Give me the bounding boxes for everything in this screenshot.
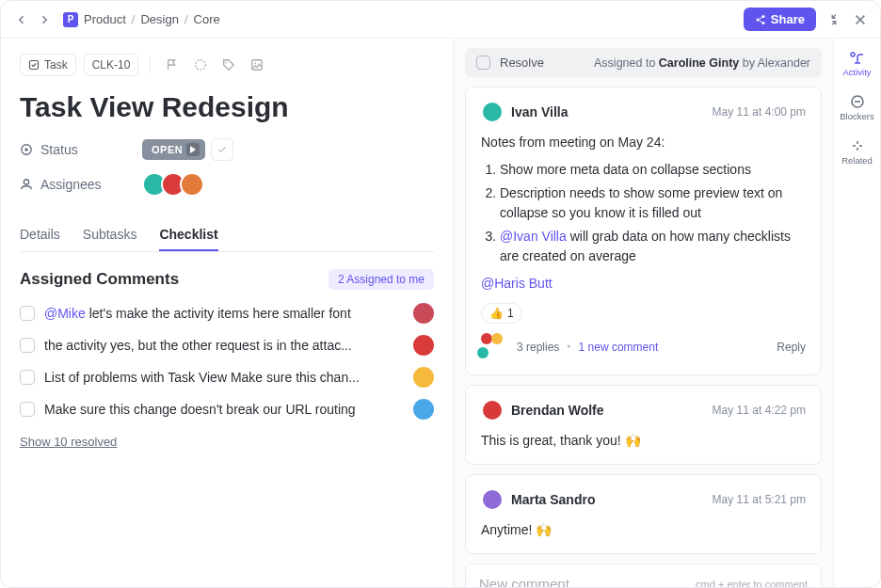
rail-blockers[interactable]: Blockers: [834, 90, 880, 125]
avatar: [180, 172, 204, 197]
close-icon[interactable]: [852, 11, 869, 28]
svg-point-1: [756, 18, 759, 21]
reaction-button[interactable]: 👍1: [481, 303, 522, 324]
resolve-checkbox[interactable]: [476, 56, 490, 70]
assigned-comment-row[interactable]: Make sure this change doesn't break our …: [20, 399, 434, 420]
assigned-to-text: Assigned to Caroline Ginty by Alexander: [594, 56, 810, 70]
tab-checklist[interactable]: Checklist: [159, 219, 217, 251]
tab-details[interactable]: Details: [20, 219, 60, 251]
assignees-label: Assignees: [20, 177, 142, 192]
checkbox[interactable]: [20, 402, 35, 417]
rail-related[interactable]: Related: [834, 135, 880, 169]
list-item: @Ivan Villa will grab data on how many c…: [500, 227, 806, 266]
checkbox[interactable]: [20, 306, 35, 321]
breadcrumb-item[interactable]: Design: [140, 12, 178, 26]
comment-author: Ivan Villa: [511, 104, 568, 119]
comment-author: Marta Sandro: [511, 492, 595, 507]
flag-icon[interactable]: [162, 55, 183, 75]
avatar: [413, 399, 434, 420]
task-type-chip[interactable]: Task: [20, 54, 76, 76]
new-comment-link[interactable]: 1 new comment: [579, 341, 659, 354]
complete-checkbox[interactable]: [211, 138, 233, 161]
new-comment-input[interactable]: New comment cmd + enter to comment: [465, 564, 822, 588]
breadcrumb-item[interactable]: Core: [194, 12, 220, 26]
comment-time: May 11 at 4:00 pm: [713, 105, 806, 119]
comment-time: May 11 at 4:22 pm: [713, 404, 806, 417]
play-icon: [186, 143, 200, 156]
assignee-avatars[interactable]: [142, 172, 204, 197]
workspace-logo: P: [63, 12, 78, 27]
comment-text: List of problems with Task View Make sur…: [44, 370, 404, 385]
comment-text: This is great, thank you! 🙌: [481, 431, 806, 451]
list-item: Show more meta data on collapse sections: [500, 160, 806, 180]
comment-text: Notes from meeting on May 24:: [481, 133, 806, 152]
checkbox[interactable]: [20, 370, 35, 385]
comment-time: May 11 at 5:21 pm: [713, 493, 806, 506]
reply-button[interactable]: Reply: [777, 341, 806, 354]
assigned-bar: Resolve Assigned to Caroline Ginty by Al…: [465, 48, 822, 77]
svg-point-11: [851, 53, 855, 56]
comment-card: Brendan Wolfe May 11 at 4:22 pm This is …: [465, 385, 822, 465]
checkbox[interactable]: [20, 338, 35, 353]
assigned-to-me-badge[interactable]: 2 Assigned to me: [328, 269, 434, 290]
mention-link[interactable]: @Ivan Villa: [500, 229, 567, 244]
forward-button[interactable]: [35, 10, 54, 29]
tab-subtasks[interactable]: Subtasks: [83, 219, 137, 251]
collapse-icon[interactable]: [825, 11, 842, 28]
avatar: [481, 399, 504, 421]
avatar: [413, 303, 434, 324]
task-id-chip[interactable]: CLK-10: [84, 54, 139, 76]
status-label: Status: [20, 142, 142, 157]
breadcrumb: P Product/ Design/ Core: [63, 12, 220, 27]
svg-point-2: [761, 22, 764, 24]
mention-link[interactable]: @Haris Butt: [481, 276, 553, 291]
sprint-icon[interactable]: [190, 55, 211, 75]
show-resolved-link[interactable]: Show 10 resolved: [20, 435, 434, 449]
image-icon[interactable]: [247, 55, 267, 75]
comment-text: @Mike let's make the activity items here…: [44, 306, 404, 321]
svg-point-4: [196, 60, 206, 71]
avatar: [481, 101, 504, 123]
list-item: Description needs to show some preview t…: [500, 183, 806, 223]
comment-thread: Ivan Villa May 11 at 4:00 pm Notes from …: [465, 87, 822, 375]
svg-point-0: [761, 15, 764, 18]
comment-text: Make sure this change doesn't break our …: [44, 402, 404, 417]
comment-author: Brendan Wolfe: [511, 403, 604, 418]
reply-avatars: [481, 333, 509, 361]
assigned-comment-row[interactable]: List of problems with Task View Make sur…: [20, 367, 434, 388]
svg-point-9: [24, 148, 28, 151]
comment-card: Marta Sandro May 11 at 5:21 pm Anytime! …: [465, 474, 822, 554]
assigned-comments-heading: Assigned Comments: [20, 270, 179, 289]
comment-text: Anytime! 🙌: [481, 520, 806, 540]
assigned-comment-row[interactable]: @Mike let's make the activity items here…: [20, 303, 434, 324]
share-button[interactable]: Share: [744, 8, 816, 31]
svg-point-7: [255, 62, 257, 64]
status-pill[interactable]: OPEN: [142, 139, 205, 160]
comment-text: the activity yes, but the other request …: [44, 338, 404, 353]
tag-icon[interactable]: [218, 55, 239, 75]
back-button[interactable]: [12, 10, 31, 29]
resolve-label: Resolve: [500, 56, 544, 70]
avatar: [413, 335, 434, 356]
svg-point-5: [226, 62, 228, 64]
shortcut-hint: cmd + enter to comment: [696, 579, 808, 589]
avatar: [481, 488, 504, 511]
replies-count[interactable]: 3 replies: [517, 341, 559, 354]
svg-point-10: [24, 180, 28, 184]
assigned-comment-row[interactable]: the activity yes, but the other request …: [20, 335, 434, 356]
task-title[interactable]: Task View Redesign: [20, 91, 434, 123]
avatar: [413, 367, 434, 388]
breadcrumb-item[interactable]: Product: [84, 12, 126, 26]
rail-activity[interactable]: Activity: [834, 46, 880, 81]
